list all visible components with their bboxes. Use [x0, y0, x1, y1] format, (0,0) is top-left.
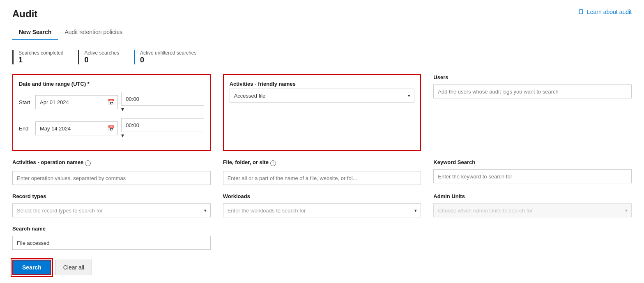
file-folder-site-label: File, folder, or site [223, 159, 269, 165]
stat-active-searches-value: 0 [84, 56, 119, 64]
admin-units-section: Admin Units Choose which Admin Units to … [433, 193, 632, 217]
form-grid: Date and time range (UTC) * Start 📅 00:0… [12, 74, 632, 250]
activities-friendly-select[interactable]: Accessed file [230, 89, 415, 103]
file-folder-site-input[interactable] [223, 171, 421, 185]
users-label: Users [433, 74, 632, 80]
stat-active-searches: Active searches 0 [78, 50, 119, 64]
keyword-search-label: Keyword Search [433, 159, 632, 165]
stat-active-unfiltered-label: Active unfiltered searches [140, 50, 196, 56]
users-section: Users [433, 74, 632, 151]
document-icon: 🗒 [578, 8, 584, 16]
search-button[interactable]: Search [12, 260, 51, 275]
date-range-label: Date and time range (UTC) * [19, 81, 204, 87]
start-date-row: Start 📅 00:00 ▾ [19, 92, 204, 112]
keyword-search-input[interactable] [433, 169, 632, 183]
tab-audit-retention[interactable]: Audit retention policies [58, 25, 129, 40]
end-time-select[interactable]: 00:00 [121, 118, 204, 132]
stat-searches-completed-value: 1 [18, 56, 63, 64]
activities-friendly-section: Activities - friendly names Accessed fil… [223, 74, 421, 151]
workloads-label: Workloads [223, 193, 421, 199]
search-name-section: Search name [12, 226, 211, 250]
record-types-label: Record types [12, 193, 211, 199]
start-date-input[interactable] [35, 95, 118, 109]
end-date-wrapper: 📅 [35, 121, 118, 135]
search-name-label: Search name [12, 226, 211, 232]
workloads-section: Workloads Enter the workloads to search … [223, 193, 421, 217]
empty-col [223, 226, 421, 250]
end-time-wrapper: 00:00 ▾ [121, 118, 204, 139]
end-time-chevron-icon: ▾ [121, 132, 124, 139]
activities-operation-label-row: Activities - operation names i [12, 159, 211, 167]
admin-units-select[interactable]: Choose which Admin Units to search for [433, 203, 632, 217]
users-input[interactable] [433, 84, 632, 98]
activities-friendly-label: Activities - friendly names [230, 81, 415, 87]
start-time-select[interactable]: 00:00 [121, 92, 204, 106]
activities-friendly-select-wrapper: Accessed file ▾ [230, 89, 415, 103]
stat-searches-completed-label: Searches completed [18, 50, 63, 56]
start-date-wrapper: 📅 [35, 95, 118, 109]
end-label: End [19, 126, 32, 132]
activities-operation-info-icon[interactable]: i [85, 160, 91, 166]
start-time-chevron-icon: ▾ [121, 106, 124, 112]
keyword-search-section: Keyword Search [433, 159, 632, 185]
date-time-range-section: Date and time range (UTC) * Start 📅 00:0… [12, 74, 211, 151]
page-title: Audit [12, 8, 37, 20]
record-types-select[interactable]: Select the record types to search for [12, 203, 211, 217]
record-types-section: Record types Select the record types to … [12, 193, 211, 217]
start-label: Start [19, 99, 32, 105]
tab-new-search[interactable]: New Search [12, 25, 58, 40]
file-folder-site-label-row: File, folder, or site i [223, 159, 421, 167]
buttons-row: Search Clear all [12, 260, 632, 275]
activities-operation-label: Activities - operation names [12, 159, 83, 165]
workloads-select[interactable]: Enter the workloads to search for [223, 203, 421, 217]
end-date-row: End 📅 00:00 ▾ [19, 118, 204, 139]
tabs-row: New Search Audit retention policies [12, 25, 632, 40]
admin-units-select-wrapper: Choose which Admin Units to search for ▾ [433, 203, 632, 217]
stat-active-searches-label: Active searches [84, 50, 119, 56]
activities-operation-input[interactable] [12, 171, 211, 185]
learn-link-text: Learn about audit [587, 9, 632, 15]
stat-active-unfiltered: Active unfiltered searches 0 [134, 50, 196, 64]
record-types-select-wrapper: Select the record types to search for ▾ [12, 203, 211, 217]
clear-all-button[interactable]: Clear all [55, 260, 92, 275]
end-date-input[interactable] [35, 121, 118, 135]
workloads-select-wrapper: Enter the workloads to search for ▾ [223, 203, 421, 217]
file-folder-site-section: File, folder, or site i [223, 159, 421, 185]
activities-operation-section: Activities - operation names i [12, 159, 211, 185]
search-name-input[interactable] [12, 236, 211, 250]
stat-active-unfiltered-value: 0 [140, 56, 196, 64]
stat-searches-completed: Searches completed 1 [12, 50, 63, 64]
learn-about-audit-link[interactable]: 🗒 Learn about audit [578, 8, 632, 16]
file-folder-site-info-icon[interactable]: i [270, 160, 276, 166]
admin-units-label: Admin Units [433, 193, 632, 199]
stats-row: Searches completed 1 Active searches 0 A… [12, 50, 632, 64]
start-time-wrapper: 00:00 ▾ [121, 92, 204, 112]
